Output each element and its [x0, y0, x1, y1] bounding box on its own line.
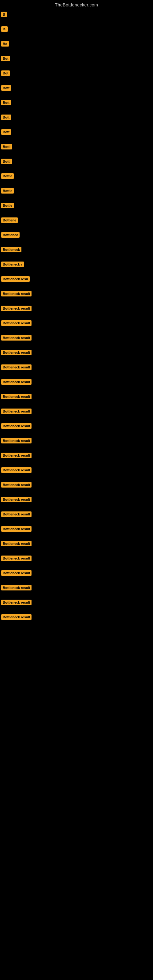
list-item: Bottleneck result	[0, 480, 153, 489]
list-item: B·	[0, 24, 153, 34]
bottleneck-badge: Bo	[1, 41, 9, 46]
list-item: Bott	[0, 98, 153, 107]
bottleneck-badge: Bottleneck result	[1, 482, 32, 488]
list-item: Bottleneck result	[0, 451, 153, 460]
list-item: Bottleneck result	[0, 333, 153, 342]
bottleneck-badge: Bott	[1, 129, 11, 135]
list-item: Bottleneck result	[0, 466, 153, 475]
bottleneck-badge: Bottleneck result	[1, 394, 32, 399]
list-item: Bottlenec	[0, 230, 153, 240]
list-item: Bottleneck result	[0, 289, 153, 298]
list-item: Bottleneck result	[0, 495, 153, 504]
list-item: Bot	[0, 68, 153, 78]
list-item: Bottleneck result	[0, 436, 153, 445]
bottleneck-badge: Bot	[1, 70, 10, 76]
list-item: Bottleneck result	[0, 392, 153, 401]
list-item: Bottleneck result	[0, 612, 153, 622]
list-item: Bott	[0, 127, 153, 137]
list-item: Bottleneck resu	[0, 274, 153, 283]
bottleneck-badge: Bott	[1, 85, 11, 91]
list-item: Bottleneck result	[0, 598, 153, 607]
list-item: Bottleneck result	[0, 554, 153, 563]
list-item: Bottleneck result	[0, 348, 153, 357]
list-item: Bottleneck result	[0, 304, 153, 313]
bottleneck-badge: Bottleneck result	[1, 600, 32, 605]
list-item: Bottleneck result	[0, 407, 153, 416]
list-item: Bottleneck result	[0, 568, 153, 578]
list-item: Bott	[0, 83, 153, 92]
list-item: Bot	[0, 54, 153, 63]
bottleneck-badge: Bottlene	[1, 218, 18, 223]
bottleneck-badge: Bottle	[1, 188, 14, 194]
list-item: Bottl	[0, 157, 153, 166]
bottleneck-badge: Bottl	[1, 144, 12, 150]
bottleneck-badge: Bottleneck result	[1, 320, 32, 326]
bottleneck-badge: Bottleneck result	[1, 467, 32, 473]
list-item: Bottle	[0, 186, 153, 196]
list-item: Bottleneck r	[0, 260, 153, 269]
list-item: Bottleneck result	[0, 318, 153, 328]
bottleneck-badge: Bottleneck result	[1, 409, 32, 414]
bottleneck-badge: Bottleneck result	[1, 497, 32, 502]
bottleneck-badge: Bottle	[1, 203, 14, 208]
site-title: TheBottlenecker.com	[0, 0, 153, 9]
bottleneck-badge: Bottleneck result	[1, 379, 32, 385]
list-item: Bottleneck result	[0, 583, 153, 592]
list-item: Bott	[0, 113, 153, 122]
list-item: Bottleneck result	[0, 510, 153, 519]
list-item: Bottleneck result	[0, 377, 153, 387]
bottleneck-badge: Bottleneck result	[1, 364, 32, 370]
bottleneck-badge: Bott	[1, 115, 11, 120]
bottleneck-badge: Bot	[1, 56, 10, 61]
bottleneck-badge: Bottleneck result	[1, 335, 32, 340]
list-item: Bottleneck result	[0, 363, 153, 372]
bottleneck-badge: Bottleneck result	[1, 291, 32, 296]
list-item: Bo	[0, 39, 153, 48]
list-item: B	[0, 10, 153, 19]
list-item: Bottlene	[0, 216, 153, 225]
list-item: Bottleneck result	[0, 539, 153, 548]
list-item: Bottle	[0, 172, 153, 181]
bottleneck-badge: Bottleneck result	[1, 438, 32, 444]
bottleneck-badge: Bottlenec	[1, 232, 19, 238]
bottleneck-badge: Bottleneck result	[1, 526, 32, 531]
list-item: Bottleneck	[0, 245, 153, 254]
bottleneck-badge: Bottleneck result	[1, 541, 32, 546]
list-item: Bottle	[0, 201, 153, 210]
list-item: Bottl	[0, 142, 153, 151]
bottleneck-badge: Bottleneck result	[1, 305, 32, 311]
list-item: Bottleneck result	[0, 524, 153, 533]
bottleneck-badge: Bottleneck result	[1, 570, 32, 576]
bottleneck-badge: Bottleneck resu	[1, 276, 30, 282]
bottleneck-badge: Bottleneck result	[1, 614, 32, 620]
bottleneck-badge: Bottleneck result	[1, 423, 32, 429]
bottleneck-badge: Bottleneck result	[1, 555, 32, 561]
bottleneck-badge: B	[1, 12, 7, 17]
bottleneck-badge: Bottle	[1, 173, 14, 179]
bottleneck-badge: Bottleneck	[1, 247, 21, 252]
bottleneck-badge: Bottleneck result	[1, 511, 32, 517]
bottleneck-badge: Bottleneck result	[1, 350, 32, 355]
bottleneck-badge: Bottleneck r	[1, 261, 24, 267]
bottleneck-badge: Bott	[1, 100, 11, 105]
bottleneck-badge: Bottleneck result	[1, 585, 32, 590]
bottleneck-badge: Bottl	[1, 159, 12, 164]
bottleneck-badge: B·	[1, 26, 8, 32]
bottleneck-badge: Bottleneck result	[1, 453, 32, 458]
list-item: Bottleneck result	[0, 422, 153, 431]
